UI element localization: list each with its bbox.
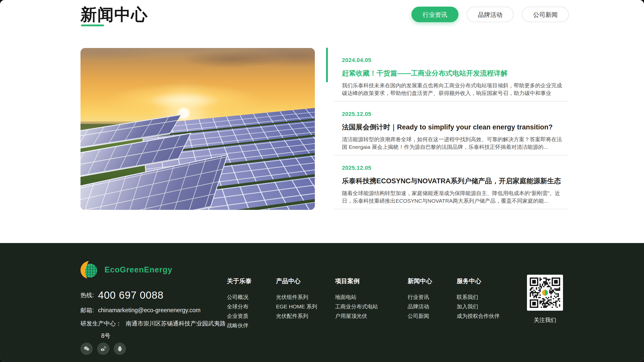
footer-brand: EcoGreenEnergy [80, 261, 172, 279]
news-title: 乐泰科技携ECOSYNC与NOVATRA系列户储产品，开启家庭能源新生态 [342, 176, 566, 186]
filter-company-news-button[interactable]: 公司新闻 [522, 7, 569, 22]
qr-block: 关注我们 [527, 275, 563, 324]
filter-brand-events-button[interactable]: 品牌活动 [467, 7, 514, 22]
news-date: 2024.04.05 [342, 57, 566, 64]
news-filter-tabs: 行业资讯 品牌活动 公司新闻 [411, 7, 569, 22]
footer-column-projects: 项目案例 地面电站 工商业分布式电站 户用屋顶光伏 [335, 277, 378, 322]
wechat-icon [83, 345, 90, 352]
footer-link[interactable]: 企业资质 [227, 313, 248, 319]
email-row: 邮箱: chinamarketing@eco-greenenergy.com [80, 306, 201, 314]
footer-column-title: 服务中心 [457, 277, 500, 285]
address-row: 研发生产中心： 南通市崇川区苏锡通科技产业园武夷路 8号 [80, 320, 226, 340]
news-list: 2024.04.05 赶紧收藏！干货篇——工商业分布式电站开发流程详解 我们乐泰… [326, 48, 569, 209]
footer-link[interactable]: 公司新闻 [408, 313, 429, 319]
qr-code-image [530, 277, 560, 308]
weibo-button[interactable] [97, 343, 109, 355]
news-item[interactable]: 2025.12.05 乐泰科技携ECOSYNC与NOVATRA系列户储产品，开启… [326, 155, 569, 209]
hero-solar-farm-image [80, 48, 315, 210]
footer-link[interactable]: 地面电站 [335, 294, 356, 300]
news-date: 2025.12.05 [342, 111, 566, 117]
news-excerpt: 我们乐泰科技未来在国内的发展重点也将向工商业分布式电站项目倾斜，帮助更多的企业完… [342, 82, 566, 97]
social-links [80, 343, 126, 355]
address-line-2: 8号 [101, 332, 226, 340]
footer-link[interactable]: 加入我们 [457, 304, 478, 309]
news-center-page: 新闻中心 行业资讯 品牌活动 公司新闻 2024.04.05 赶紧收藏！干货篇—… [0, 0, 644, 362]
email-value[interactable]: chinamarketing@eco-greenenergy.com [98, 307, 200, 314]
footer-column-about: 关于乐泰 公司概况 全球分布 企业资质 战略伙伴 [227, 277, 251, 331]
news-title: 法国展会倒计时｜Ready to simplify your clean ene… [342, 123, 566, 132]
news-item[interactable]: 2025.12.05 法国展会倒计时｜Ready to simplify you… [326, 102, 569, 155]
footer-link[interactable]: 光伏配件系列 [276, 313, 308, 319]
brand-name: EcoGreenEnergy [105, 265, 172, 274]
footer-column-service: 服务中心 联系我们 加入我们 成为授权合作伙伴 [457, 277, 500, 322]
qr-caption: 关注我们 [527, 316, 563, 324]
hotline-number: 400 697 0088 [98, 289, 164, 301]
title-underline [81, 25, 104, 26]
footer-column-products: 产品中心 光伏组件系列 EGE HOME 系列 光伏配件系列 [276, 277, 317, 322]
footer-link[interactable]: 光伏组件系列 [276, 294, 308, 300]
wechat-qr-code [527, 275, 563, 311]
email-label: 邮箱: [80, 306, 94, 314]
footer: EcoGreenEnergy 热线: 400 697 0088 邮箱: chin… [0, 243, 644, 362]
footer-link[interactable]: 品牌活动 [408, 304, 429, 309]
hotline-row: 热线: 400 697 0088 [80, 289, 164, 301]
hotline-label: 热线: [80, 291, 94, 299]
footer-link[interactable]: 战略伙伴 [227, 322, 248, 328]
footer-link[interactable]: 户用屋顶光伏 [335, 313, 367, 319]
footer-column-title: 关于乐泰 [227, 277, 251, 285]
news-date: 2025.12.05 [342, 165, 566, 171]
footer-link[interactable]: 行业资讯 [408, 294, 429, 300]
news-item[interactable]: 2024.04.05 赶紧收藏！干货篇——工商业分布式电站开发流程详解 我们乐泰… [326, 48, 569, 102]
footer-link[interactable]: 成为授权合作伙伴 [457, 313, 500, 319]
footer-link[interactable]: 联系我们 [457, 294, 478, 300]
footer-column-news: 新闻中心 行业资讯 品牌活动 公司新闻 [408, 277, 432, 322]
news-excerpt: 清洁能源转型的浪潮席卷全球，如何在这一进程中找到高效、可靠的解决方案？答案即将在… [342, 136, 566, 151]
footer-link[interactable]: 工商业分布式电站 [335, 304, 378, 309]
news-title: 赶紧收藏！干货篇——工商业分布式电站开发流程详解 [342, 69, 566, 78]
address-line-1: 南通市崇川区苏锡通科技产业园武夷路 [126, 320, 226, 328]
qq-button[interactable] [114, 343, 126, 355]
footer-column-title: 项目案例 [335, 277, 378, 285]
filter-industry-news-button[interactable]: 行业资讯 [411, 7, 458, 22]
wechat-button[interactable] [80, 343, 93, 355]
eco-green-energy-logo-icon [80, 261, 98, 279]
footer-column-title: 产品中心 [276, 277, 317, 285]
footer-link[interactable]: 公司概况 [227, 294, 248, 300]
footer-column-title: 新闻中心 [408, 277, 432, 285]
address-label: 研发生产中心： [80, 320, 122, 328]
qq-icon [117, 345, 123, 352]
footer-link[interactable]: 全球分布 [227, 304, 248, 309]
news-excerpt: 随着全球能源结构转型加速，家庭储能逐渐成为保障能源自主、降低用电成本的“新刚需”… [342, 189, 566, 205]
footer-link[interactable]: EGE HOME 系列 [276, 304, 317, 309]
weibo-icon [100, 345, 107, 352]
page-title: 新闻中心 [80, 4, 148, 26]
